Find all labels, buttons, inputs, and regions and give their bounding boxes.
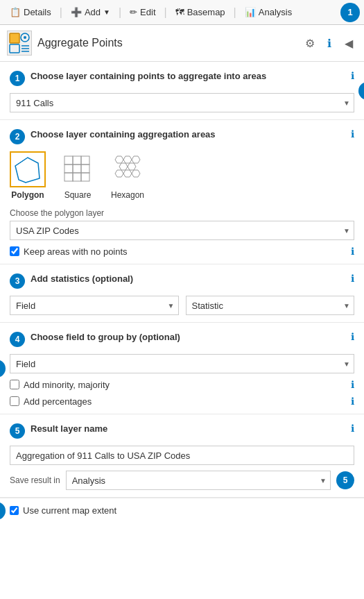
svg-rect-10	[73, 156, 81, 164]
back-button[interactable]: ◀	[340, 35, 357, 51]
section-5-info-icon[interactable]: ℹ	[351, 423, 354, 434]
svg-rect-0	[10, 33, 19, 43]
svg-rect-15	[64, 173, 73, 181]
percentages-info-icon[interactable]: ℹ	[351, 396, 354, 407]
hexagon-label: Hexagon	[111, 190, 144, 200]
map-extent-label[interactable]: Use current map extent	[23, 505, 116, 516]
result-layer-name-input[interactable]	[10, 446, 354, 465]
section-4-title: Choose field to group by (optional)	[31, 331, 348, 344]
details-button[interactable]: 📋 Details	[4, 5, 57, 19]
svg-rect-3	[10, 44, 19, 53]
svg-marker-25	[132, 170, 140, 177]
svg-rect-9	[64, 156, 73, 164]
step-badge-5: 5	[10, 423, 25, 439]
minority-majority-label[interactable]: Add minority, majority	[24, 380, 110, 390]
annotation-badge-5: 5	[336, 471, 354, 489]
statistic-select[interactable]: Statistic	[186, 296, 355, 315]
svg-rect-17	[81, 173, 89, 181]
square-label: Square	[64, 190, 92, 200]
analysis-button[interactable]: 📊 Analysis	[239, 5, 297, 19]
gear-button[interactable]: ⚙	[302, 35, 318, 51]
percentages-checkbox[interactable]	[10, 396, 19, 406]
svg-marker-18	[115, 156, 123, 163]
section-1-header: 1 Choose layer containing points to aggr…	[10, 70, 354, 86]
percentages-label[interactable]: Add percentages	[24, 396, 92, 407]
area-type-polygon[interactable]: Polygon	[10, 151, 46, 200]
map-extent-checkbox[interactable]	[10, 506, 19, 515]
svg-rect-12	[64, 164, 73, 173]
step-badge-3: 3	[10, 273, 25, 289]
svg-marker-23	[115, 170, 123, 177]
save-result-row: Save result in Analysis ▼ 5	[10, 471, 354, 490]
area-type-square[interactable]: Square	[60, 151, 96, 200]
svg-marker-7	[15, 158, 40, 183]
field-select-wrapper: Field ▼	[10, 296, 179, 315]
analysis-icon: 📊	[245, 7, 256, 17]
add-icon: ➕	[71, 7, 82, 17]
panel-icon	[7, 31, 32, 56]
polygon-label: Polygon	[11, 190, 44, 200]
polygon-sublabel: Choose the polygon layer	[10, 208, 354, 218]
save-result-label: Save result in	[10, 475, 60, 485]
layer-select[interactable]: 911 Calls	[10, 93, 354, 112]
section-4-info-icon[interactable]: ℹ	[351, 331, 354, 342]
svg-marker-22	[128, 163, 136, 170]
basemap-button[interactable]: 🗺 Basemap	[170, 5, 231, 19]
svg-marker-21	[119, 163, 128, 170]
section-5-header: 5 Result layer name ℹ	[10, 423, 354, 439]
svg-marker-24	[123, 170, 132, 177]
area-types: Polygon Square	[10, 151, 354, 200]
square-icon-border	[60, 151, 96, 187]
toolbar: 📋 Details | ➕ Add ▼ | ✏ Edit | 🗺 Basemap…	[0, 0, 364, 25]
keep-areas-checkbox[interactable]	[10, 246, 19, 256]
zip-codes-select[interactable]: USA ZIP Codes	[10, 221, 354, 240]
section-1-info-icon[interactable]: ℹ	[351, 70, 354, 81]
svg-marker-20	[132, 156, 140, 163]
statistics-row: Field ▼ Statistic ▼	[10, 296, 354, 315]
minority-majority-row: Add minority, majority ℹ	[10, 379, 354, 390]
section-4: 4 4 Choose field to group by (optional) …	[0, 323, 364, 414]
info-button[interactable]: ℹ	[321, 35, 338, 51]
section-3: 3 Add statistics (optional) ℹ Field ▼ St…	[0, 264, 364, 323]
save-result-select[interactable]: Analysis	[66, 471, 331, 490]
section-2-info-icon[interactable]: ℹ	[351, 128, 354, 140]
zip-codes-select-wrapper: USA ZIP Codes ▼	[10, 221, 354, 240]
section-3-info-icon[interactable]: ℹ	[351, 273, 354, 284]
minority-info-icon[interactable]: ℹ	[351, 379, 354, 390]
panel-content: 1 Choose layer containing points to aggr…	[0, 62, 364, 523]
bottom-section: 6 Use current map extent	[0, 498, 364, 523]
step-badge-1: 1	[10, 71, 25, 86]
field-select[interactable]: Field	[10, 296, 179, 315]
svg-point-2	[24, 36, 26, 39]
square-svg	[62, 153, 94, 185]
statistic-select-wrapper: Statistic ▼	[186, 296, 355, 315]
save-result-select-wrapper: Analysis ▼	[66, 471, 331, 490]
toolbar-badge[interactable]: 1	[340, 3, 360, 22]
svg-rect-11	[81, 156, 89, 164]
keep-areas-label[interactable]: Keep areas with no points	[24, 246, 128, 257]
section-2: 2 Choose layer containing aggregation ar…	[0, 120, 364, 264]
keep-areas-info-icon[interactable]: ℹ	[351, 246, 354, 257]
polygon-svg	[12, 153, 44, 185]
svg-rect-16	[73, 173, 81, 181]
edit-button[interactable]: ✏ Edit	[124, 5, 161, 19]
section-5: 5 Result layer name ℹ Save result in Ana…	[0, 414, 364, 498]
panel-title: Aggregate Points	[37, 37, 302, 49]
area-type-hexagon[interactable]: Hexagon	[110, 151, 146, 200]
section-5-title: Result layer name	[31, 423, 348, 435]
add-button[interactable]: ➕ Add ▼	[65, 5, 116, 19]
panel-header: Aggregate Points ⚙ ℹ ◀	[0, 25, 364, 62]
section-2-header: 2 Choose layer containing aggregation ar…	[10, 128, 354, 144]
minority-majority-checkbox[interactable]	[10, 380, 19, 389]
section-1: 1 Choose layer containing points to aggr…	[0, 62, 364, 120]
section-3-title: Add statistics (optional)	[31, 273, 348, 285]
step-badge-4: 4	[10, 332, 25, 347]
hexagon-icon-border	[110, 151, 146, 187]
step-badge-2: 2	[10, 129, 25, 144]
annotation-badge-4: 4	[0, 360, 6, 378]
group-field-select[interactable]: Field	[10, 354, 354, 373]
polygon-icon-border	[10, 151, 46, 187]
percentages-row: Add percentages ℹ	[10, 396, 354, 407]
group-field-select-wrapper: Field ▼	[10, 354, 354, 373]
basemap-icon: 🗺	[175, 7, 184, 17]
